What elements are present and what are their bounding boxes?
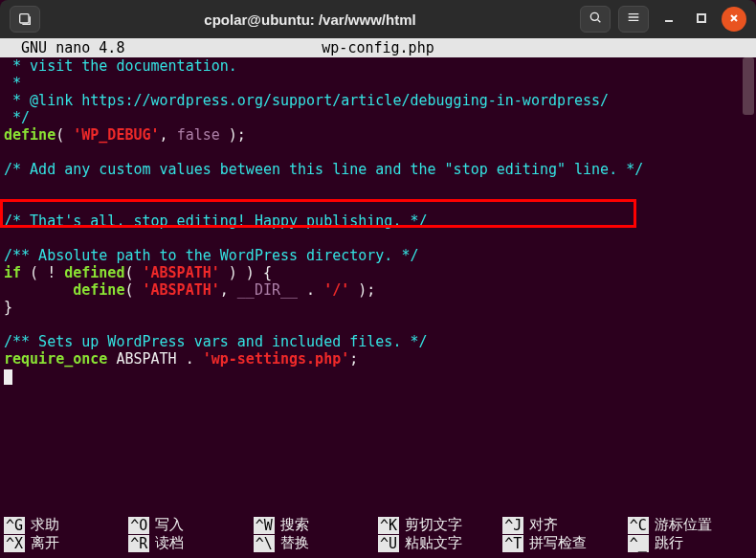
code-text: 'ABSPATH' [143,264,220,281]
code-text: defined [64,264,124,281]
code-text: @link https://wordpress.org/support/arti… [30,92,609,109]
shortcut-label: 跳行 [655,534,683,552]
code-text: ) ) { [220,264,272,281]
shortcut-label: 离开 [31,534,59,552]
code-text: if [4,264,21,281]
shortcut-label: 对齐 [529,516,558,534]
cursor [4,369,12,385]
code-text: ; [349,350,358,368]
close-button[interactable] [722,7,746,32]
code-text: , [160,126,177,144]
code-text [4,281,73,299]
shortcut-key: ^T [502,535,523,552]
nano-header: GNU nano 4.8 wp-config.php [0,38,756,57]
shortcut-key: ^C [628,517,649,534]
code-text: define [4,126,56,144]
help-item[interactable]: ^X离开 [4,534,128,552]
help-item[interactable]: ^_跳行 [628,534,752,552]
shortcut-label: 写入 [155,516,184,534]
shortcut-key: ^\ [254,535,275,552]
code-text: ( [124,264,142,281]
shortcut-key: ^U [378,535,399,552]
svg-point-1 [590,12,598,20]
code-text: ABSPATH . [107,350,202,368]
code-text: */ [4,109,30,126]
minimize-icon [663,11,675,28]
svg-rect-0 [20,14,29,23]
maximize-button[interactable] [689,7,714,32]
help-item[interactable]: ^K剪切文字 [378,516,502,534]
shortcut-key: ^O [128,517,149,534]
code-text: 'WP_DEBUG' [73,126,159,144]
help-item[interactable]: ^G求助 [4,516,128,534]
shortcut-label: 剪切文字 [405,516,462,534]
code-text: /* That's all, stop editing! Happy publi… [4,212,428,230]
close-icon [728,11,740,28]
help-item[interactable]: ^J对齐 [502,516,627,534]
help-item[interactable]: ^\替换 [254,534,378,552]
editor-area[interactable]: * visit the documentation. * * @link htt… [0,57,756,514]
code-text: . [298,281,323,299]
code-text: '/' [323,281,349,299]
shortcut-key: ^K [378,517,399,534]
help-item[interactable]: ^W搜索 [254,516,378,534]
search-button[interactable] [580,6,611,33]
hamburger-icon [626,10,641,29]
help-item[interactable]: ^R读档 [128,534,253,552]
code-text: ); [349,281,375,299]
maximize-icon [696,11,707,28]
code-text: 'ABSPATH' [143,281,220,299]
nano-helpbar: ^G求助 ^O写入 ^W搜索 ^K剪切文字 ^J对齐 ^C游标位置 ^X离开 ^… [0,514,756,558]
scrollbar-thumb[interactable] [743,57,754,115]
help-item[interactable]: ^C游标位置 [628,516,752,534]
minimize-button[interactable] [656,7,681,32]
help-item[interactable]: ^O写入 [128,516,253,534]
shortcut-key: ^J [502,517,523,534]
shortcut-key: ^R [128,535,149,552]
shortcut-key: ^W [254,517,275,534]
helpbar-row-1: ^G求助 ^O写入 ^W搜索 ^K剪切文字 ^J对齐 ^C游标位置 [4,516,752,534]
code-text: ( [56,126,73,144]
code-text: , [220,281,237,299]
terminal-window: cpolar@ubuntu: /var/www/html [0,0,756,558]
code-text: } [4,299,12,316]
shortcut-label: 拼写检查 [529,534,587,552]
code-text: ); [220,126,246,144]
shortcut-label: 搜索 [280,516,309,534]
code-text: ( [124,281,142,299]
shortcut-label: 游标位置 [655,516,712,534]
window-title: cpolar@ubuntu: /var/www/html [204,11,415,28]
code-text: ( ! [21,264,64,281]
code-text: * [4,92,30,109]
nano-filename: wp-config.php [0,39,756,56]
shortcut-label: 替换 [280,534,309,552]
help-item[interactable]: ^T拼写检查 [502,534,627,552]
shortcut-key: ^G [4,517,25,534]
titlebar: cpolar@ubuntu: /var/www/html [0,0,756,38]
menu-button[interactable] [618,6,649,33]
shortcut-label: 读档 [155,534,184,552]
code-text: * visit the documentation. [4,57,237,75]
code-text: __DIR__ [237,281,298,299]
code-text: define [73,281,124,299]
code-text: false [177,126,220,144]
search-icon [588,10,603,29]
code-text: require_once [4,350,107,368]
shortcut-label: 求助 [31,516,59,534]
code-text: * [4,75,21,92]
helpbar-row-2: ^X离开 ^R读档 ^\替换 ^U粘贴文字 ^T拼写检查 ^_跳行 [4,534,752,552]
code-text: /* Add any custom values between this li… [4,161,643,178]
shortcut-label: 粘贴文字 [405,534,462,552]
shortcut-key: ^X [4,535,25,552]
help-item[interactable]: ^U粘贴文字 [378,534,502,552]
new-tab-button[interactable] [10,6,40,33]
shortcut-key: ^_ [628,535,649,552]
code-text: /** Absolute path to the WordPress direc… [4,247,418,264]
code-text: /** Sets up WordPress vars and included … [4,333,428,350]
svg-rect-2 [698,14,705,22]
code-text: 'wp-settings.php' [203,350,350,368]
